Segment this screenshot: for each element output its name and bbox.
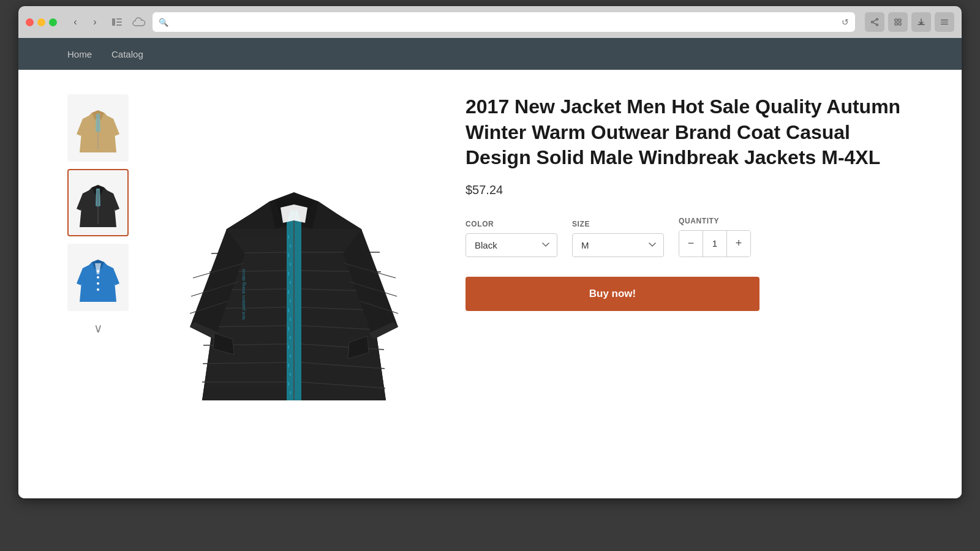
color-option-group: COLOR Black Tan Blue — [466, 220, 557, 257]
svg-rect-47 — [288, 253, 289, 257]
quantity-increase-button[interactable]: + — [727, 231, 750, 257]
site-nav: Home Catalog — [18, 38, 962, 70]
svg-point-21 — [97, 288, 99, 291]
svg-rect-51 — [288, 290, 289, 294]
address-bar-input[interactable] — [172, 18, 838, 27]
size-label: SIZE — [572, 220, 664, 228]
thumbnail-scroll-down[interactable]: ∨ — [67, 321, 129, 335]
product-price: $57.24 — [466, 183, 913, 197]
thumbnail-blue[interactable] — [67, 244, 129, 311]
thumbnail-black[interactable] — [67, 169, 129, 236]
svg-rect-55 — [288, 327, 289, 331]
buy-now-button[interactable]: Buy now! — [466, 277, 760, 311]
website: Home Catalog — [18, 38, 962, 498]
svg-rect-45 — [288, 235, 289, 239]
sidebar-toggle-button[interactable] — [108, 13, 126, 31]
svg-rect-2 — [116, 21, 122, 23]
svg-rect-13 — [941, 20, 948, 20]
product-title: 2017 New Jacket Men Hot Sale Quality Aut… — [466, 94, 913, 171]
minimize-button[interactable] — [37, 18, 45, 26]
options-row: COLOR Black Tan Blue SIZE M L XL — [466, 217, 913, 257]
color-select[interactable]: Black Tan Blue — [466, 233, 557, 257]
svg-rect-1 — [116, 18, 122, 20]
reload-button[interactable]: ↺ — [842, 17, 849, 27]
svg-rect-15 — [941, 24, 948, 24]
share-button[interactable] — [865, 12, 884, 32]
svg-point-4 — [876, 18, 878, 20]
thumbnail-sidebar: ∨ — [67, 94, 135, 474]
product-info: 2017 New Jacket Men Hot Sale Quality Aut… — [453, 94, 913, 474]
svg-rect-11 — [895, 23, 897, 25]
product-page: ∨ — [18, 70, 962, 498]
traffic-lights — [26, 18, 57, 26]
browser-titlebar: ‹ › 🔍 ↺ — [18, 6, 962, 38]
svg-rect-46 — [290, 244, 291, 247]
menu-button[interactable] — [935, 12, 954, 32]
search-icon: 🔍 — [159, 18, 168, 27]
svg-rect-0 — [112, 18, 115, 26]
svg-rect-10 — [899, 19, 901, 21]
svg-rect-14 — [941, 21, 948, 22]
size-option-group: SIZE M L XL 2XL 3XL 4XL — [572, 220, 664, 257]
svg-rect-60 — [290, 373, 291, 376]
cloud-button[interactable] — [130, 13, 148, 31]
quantity-control: − 1 + — [679, 230, 751, 257]
svg-rect-12 — [899, 23, 901, 25]
quantity-option-group: QUANTITY − 1 + — [679, 217, 751, 257]
svg-point-19 — [97, 276, 99, 279]
main-image-area: text pattern lining decor — [159, 94, 429, 474]
svg-rect-49 — [288, 272, 289, 276]
svg-point-20 — [97, 282, 99, 285]
svg-rect-58 — [290, 354, 291, 358]
browser-actions — [865, 12, 954, 32]
svg-rect-57 — [288, 345, 289, 349]
svg-point-6 — [876, 24, 878, 26]
svg-rect-52 — [290, 299, 291, 302]
back-button[interactable]: ‹ — [67, 13, 84, 31]
quantity-label: QUANTITY — [679, 217, 751, 225]
svg-line-7 — [873, 20, 876, 21]
size-select[interactable]: M L XL 2XL 3XL 4XL — [572, 233, 664, 257]
extension-button[interactable] — [888, 12, 908, 32]
svg-rect-54 — [290, 318, 291, 321]
download-button[interactable] — [911, 12, 931, 32]
svg-rect-62 — [290, 391, 291, 394]
svg-rect-48 — [290, 263, 291, 266]
quantity-decrease-button[interactable]: − — [679, 231, 703, 257]
thumbnail-tan[interactable] — [67, 94, 129, 162]
close-button[interactable] — [26, 18, 34, 26]
svg-point-5 — [872, 21, 873, 23]
svg-rect-56 — [290, 336, 291, 339]
nav-catalog[interactable]: Catalog — [111, 49, 143, 59]
forward-button[interactable]: › — [86, 13, 104, 31]
svg-text:text pattern lining decor: text pattern lining decor — [241, 269, 246, 320]
svg-rect-50 — [290, 281, 291, 284]
svg-rect-61 — [288, 382, 289, 386]
svg-rect-53 — [288, 309, 289, 312]
nav-home[interactable]: Home — [67, 49, 92, 59]
address-bar-container: 🔍 ↺ — [153, 12, 855, 32]
svg-rect-9 — [895, 19, 897, 21]
svg-rect-59 — [288, 364, 289, 367]
quantity-value: 1 — [703, 231, 727, 257]
browser-window: ‹ › 🔍 ↺ — [18, 6, 962, 498]
fullscreen-button[interactable] — [49, 18, 57, 26]
svg-line-8 — [873, 23, 876, 24]
svg-rect-3 — [116, 24, 122, 26]
color-label: COLOR — [466, 220, 557, 228]
nav-buttons: ‹ › — [67, 13, 104, 31]
